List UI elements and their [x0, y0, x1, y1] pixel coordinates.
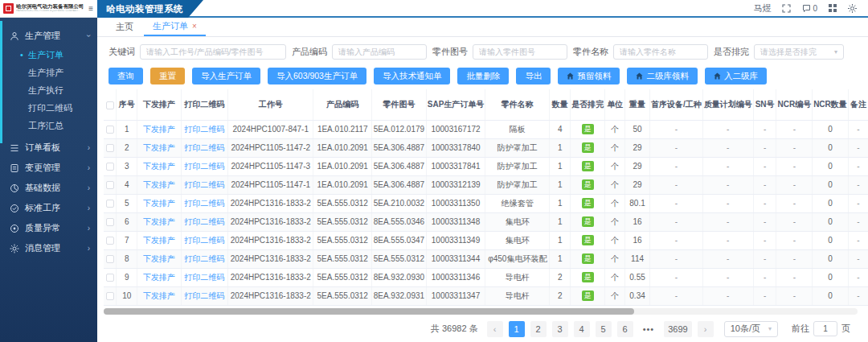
filter-input-产品编码[interactable] [332, 44, 427, 60]
导入603/903生产订单-button[interactable]: 导入603/903生产订单 [268, 68, 366, 84]
入二级库-button[interactable]: 入二级库 [705, 68, 767, 84]
row-checkbox[interactable] [106, 255, 114, 263]
tab-production-order[interactable]: 生产订单 × [144, 18, 206, 36]
scheduled-flag-badge: 是 [582, 235, 594, 245]
print-qrcode-link[interactable]: 打印二维码 [184, 162, 224, 171]
filter-input-关键词[interactable] [140, 44, 286, 60]
row-checkbox[interactable] [106, 144, 114, 152]
apps-grid-icon[interactable] [829, 4, 837, 12]
issue-schedule-link[interactable]: 下发排产 [143, 180, 175, 189]
column-header-工作号: 工作号 [228, 89, 313, 120]
row-checkbox[interactable] [106, 218, 114, 226]
issue-schedule-link[interactable]: 下发排产 [143, 217, 175, 226]
批量删除-button[interactable]: 批量删除 [457, 68, 509, 84]
print-qrcode-link[interactable]: 打印二维码 [184, 254, 224, 263]
chevron-down-icon: ▾ [834, 48, 837, 56]
select-all-checkbox[interactable] [106, 101, 114, 109]
sidebar-group-质量异常[interactable]: 质量异常› [0, 218, 97, 238]
重置-button[interactable]: 重置 [150, 68, 185, 84]
cell-flag: 是 [571, 231, 605, 249]
page-button-4[interactable]: 4 [574, 321, 590, 337]
table-row: 5下发排产打印二维码2024HPC1316-1833-25EA.555.0312… [104, 194, 868, 212]
sidebar-group-基础数据[interactable]: 基础数据› [0, 178, 97, 198]
cell-part_no: 5EA.012.0179 [372, 120, 427, 138]
sidebar-item-生产执行[interactable]: 生产执行 [0, 81, 97, 99]
prev-page-button[interactable]: ‹ [487, 321, 503, 337]
filter-input-零件图号[interactable] [473, 44, 567, 60]
page-button-1[interactable]: 1 [509, 321, 525, 337]
next-page-button[interactable]: › [698, 321, 714, 337]
sidebar-group-生产管理[interactable]: 生产管理› [0, 26, 97, 46]
page-button-3[interactable]: 3 [552, 321, 568, 337]
row-checkbox[interactable] [106, 163, 114, 171]
page-button-6[interactable]: 6 [617, 321, 633, 337]
row-checkbox[interactable] [106, 181, 114, 189]
issue-schedule-link[interactable]: 下发排产 [143, 254, 175, 263]
print-qrcode-link[interactable]: 打印二维码 [184, 125, 224, 134]
导入生产订单-button[interactable]: 导入生产订单 [192, 68, 260, 84]
cell-qty: 1 [550, 231, 571, 249]
page-size-select[interactable]: 10条/页▾ [724, 321, 778, 337]
tab-home[interactable]: 主页 [107, 18, 142, 36]
page-ellipsis[interactable]: ••• [639, 321, 659, 337]
filter-select-是否排完[interactable]: 请选择是否排完▾ [754, 44, 844, 60]
user-name[interactable]: 马煜 [753, 2, 771, 14]
row-checkbox[interactable] [106, 200, 114, 208]
查询-button[interactable]: 查询 [108, 68, 143, 84]
scheduled-flag-badge: 是 [582, 124, 594, 134]
print-qrcode-link[interactable]: 打印二维码 [184, 236, 224, 245]
cell-ncr_qty: 0 [813, 286, 849, 305]
tab-close-icon[interactable]: × [192, 23, 197, 31]
issue-schedule-link[interactable]: 下发排产 [143, 125, 175, 134]
导出-button[interactable]: 导出 [516, 68, 551, 84]
sidebar-group-消息管理[interactable]: 消息管理› [0, 238, 97, 258]
filter-input-零件名称[interactable] [613, 44, 708, 60]
row-checkbox[interactable] [106, 274, 114, 282]
cell-unit: 个 [605, 138, 625, 157]
warehouse-icon [636, 72, 643, 80]
issue-schedule-link[interactable]: 下发排产 [143, 162, 175, 171]
导入技术通知单-button[interactable]: 导入技术通知单 [374, 68, 451, 84]
sidebar-group-标准工序[interactable]: 标准工序› [0, 198, 97, 218]
page-button-5[interactable]: 5 [596, 321, 612, 337]
row-checkbox[interactable] [106, 237, 114, 245]
print-qrcode-link[interactable]: 打印二维码 [184, 273, 224, 282]
issue-schedule-link[interactable]: 下发排产 [143, 291, 175, 300]
print-qrcode-link[interactable]: 打印二维码 [184, 217, 224, 226]
cell-plan_no: - [702, 120, 753, 138]
sidebar-item-生产排产[interactable]: 生产排产 [0, 64, 97, 81]
goto-page-input[interactable] [813, 321, 837, 336]
print-qrcode-link[interactable]: 打印二维码 [184, 199, 224, 208]
scrollbar-thumb[interactable] [104, 308, 634, 315]
row-checkbox[interactable] [106, 126, 114, 134]
sidebar-group-变更管理[interactable]: 变更管理› [0, 158, 97, 178]
cell-sn: - [753, 212, 776, 231]
sidebar-group-订单看板[interactable]: 订单看板› [0, 138, 97, 158]
issue-schedule-link[interactable]: 下发排产 [143, 236, 175, 245]
fullscreen-icon[interactable] [782, 4, 791, 13]
issue-schedule-link[interactable]: 下发排产 [143, 273, 175, 282]
message-icon[interactable]: 0 [802, 4, 817, 13]
row-checkbox-cell [104, 138, 117, 157]
print-qrcode-link[interactable]: 打印二维码 [184, 180, 224, 189]
pagination-total: 共 36982 条 [431, 323, 478, 335]
sidebar-collapse-icon[interactable]: ≡ [88, 4, 94, 13]
sidebar-item-打印二维码[interactable]: 打印二维码 [0, 99, 97, 117]
settings-gear-icon[interactable] [848, 4, 857, 13]
sidebar-group-label: 消息管理 [25, 242, 60, 254]
row-checkbox[interactable] [106, 292, 114, 300]
issue-schedule-link[interactable]: 下发排产 [143, 199, 175, 208]
issue-schedule-link[interactable]: 下发排产 [143, 143, 175, 152]
warehouse-icon [714, 72, 721, 80]
预留领料-button[interactable]: 预留领料 [558, 68, 620, 84]
print-qrcode-link[interactable]: 打印二维码 [184, 291, 224, 300]
page-button-3699[interactable]: 3699 [664, 321, 691, 337]
cell-product_code: 5EA.555.0312 [313, 212, 372, 231]
print-qrcode-link[interactable]: 打印二维码 [184, 143, 224, 152]
page-button-2[interactable]: 2 [530, 321, 547, 337]
sidebar-group-label: 生产管理 [25, 30, 60, 42]
二级库领料-button[interactable]: 二级库领料 [627, 68, 698, 84]
sidebar-item-生产订单[interactable]: 生产订单 [0, 46, 97, 64]
cell-sap_no: 10003311350 [426, 194, 485, 212]
sidebar-item-工序汇总[interactable]: 工序汇总 [0, 117, 97, 134]
